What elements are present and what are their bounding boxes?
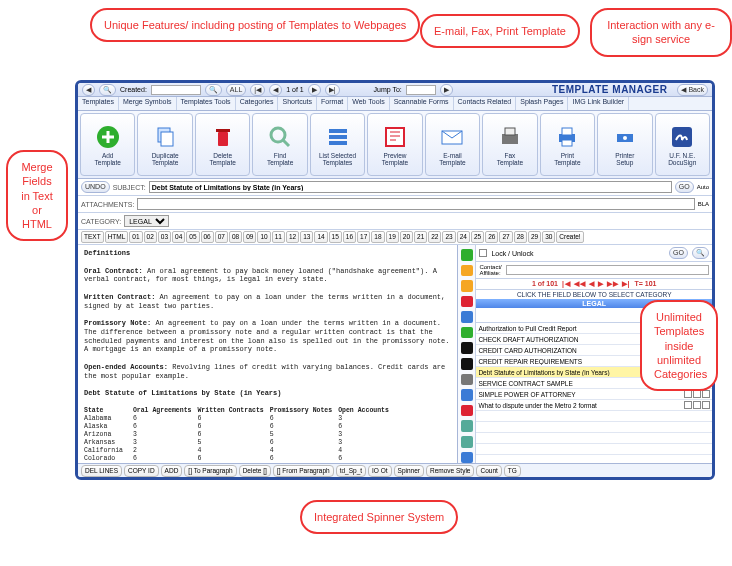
flag-icon[interactable] — [461, 249, 473, 261]
tab-web-tools[interactable]: Web Tools — [348, 97, 389, 110]
template-list-item[interactable]: What to dispute under the Metro 2 format — [476, 400, 712, 411]
tab-contacts-related[interactable]: Contacts Related — [454, 97, 517, 110]
delete-template-button[interactable]: Delete Template — [195, 113, 250, 176]
tab-format[interactable]: Format — [317, 97, 348, 110]
bold-icon[interactable] — [461, 389, 473, 401]
slot-04[interactable]: 04 — [172, 231, 185, 243]
slot-06[interactable]: 06 — [201, 231, 214, 243]
footer--to-paragraph-button[interactable]: [] To Paragraph — [184, 465, 236, 477]
print-template-button[interactable]: Print Template — [540, 113, 595, 176]
slot-09[interactable]: 09 — [243, 231, 256, 243]
prev-icon[interactable]: ◀ — [269, 84, 282, 96]
color-icon[interactable] — [461, 452, 473, 464]
slot-05[interactable]: 05 — [186, 231, 199, 243]
slot-01[interactable]: 01 — [129, 231, 142, 243]
attachments-input[interactable] — [137, 198, 694, 210]
slot-28[interactable]: 28 — [514, 231, 527, 243]
slot-07[interactable]: 07 — [215, 231, 228, 243]
create-button[interactable]: Create! — [556, 231, 583, 243]
footer-spinner-button[interactable]: Spinner — [394, 465, 424, 477]
tab-templates[interactable]: Templates — [78, 97, 119, 110]
tab-shortcuts[interactable]: Shortcuts — [278, 97, 317, 110]
dot2-icon[interactable] — [461, 358, 473, 370]
footer-io-ot-button[interactable]: IO Ot — [368, 465, 392, 477]
slot-03[interactable]: 03 — [158, 231, 171, 243]
fax-template-button[interactable]: Fax Template — [482, 113, 537, 176]
font-icon[interactable] — [461, 420, 473, 432]
go-small-button[interactable]: GO — [669, 247, 688, 259]
slot-26[interactable]: 26 — [485, 231, 498, 243]
find-icon[interactable]: 🔍 — [205, 84, 222, 96]
slot-27[interactable]: 27 — [499, 231, 512, 243]
subject-input[interactable] — [149, 181, 672, 193]
slot-24[interactable]: 24 — [457, 231, 470, 243]
slot-29[interactable]: 29 — [528, 231, 541, 243]
all-button[interactable]: ALL — [226, 84, 246, 96]
back-button[interactable]: ◀ Back — [677, 84, 708, 96]
tab-img-link-builder[interactable]: IMG Link Builder — [568, 97, 629, 110]
tab-categories[interactable]: Categories — [236, 97, 279, 110]
next-icon[interactable]: ▶ — [308, 84, 321, 96]
text-tab[interactable]: TEXT — [81, 231, 104, 243]
slot-23[interactable]: 23 — [442, 231, 455, 243]
slot-22[interactable]: 22 — [428, 231, 441, 243]
slot-17[interactable]: 17 — [357, 231, 370, 243]
align-icon[interactable] — [461, 405, 473, 417]
footer-del-lines-button[interactable]: DEL LINES — [81, 465, 122, 477]
dot-icon[interactable] — [461, 342, 473, 354]
list-selected-templates-button[interactable]: List Selected Templates — [310, 113, 365, 176]
jump-to-input[interactable] — [406, 85, 436, 95]
list-search-icon[interactable]: 🔍 — [692, 247, 709, 259]
u-f-n-e-docusign-button[interactable]: U.F. N.E. DocuSign — [655, 113, 710, 176]
footer-add-button[interactable]: ADD — [161, 465, 183, 477]
contact-input[interactable] — [506, 265, 709, 275]
slot-21[interactable]: 21 — [414, 231, 427, 243]
category-select[interactable]: LEGAL — [124, 215, 169, 227]
editor-content[interactable]: DefinitionsOral Contract: An oral agreem… — [78, 245, 457, 463]
slot-13[interactable]: 13 — [300, 231, 313, 243]
html-tab[interactable]: HTML — [105, 231, 129, 243]
first-icon[interactable]: |◀ — [250, 84, 265, 96]
find-template-button[interactable]: Find Template — [252, 113, 307, 176]
preview-template-button[interactable]: Preview Template — [367, 113, 422, 176]
size-icon[interactable] — [461, 436, 473, 448]
tab-scannable-forms[interactable]: Scannable Forms — [390, 97, 454, 110]
slot-02[interactable]: 02 — [144, 231, 157, 243]
globe-icon[interactable] — [461, 311, 473, 323]
footer--from-paragraph-button[interactable]: [] From Paragraph — [273, 465, 334, 477]
copy-icon[interactable] — [461, 374, 473, 386]
warning-icon[interactable] — [461, 296, 473, 308]
search-icon[interactable]: 🔍 — [99, 84, 116, 96]
undo-button[interactable]: UNDO — [81, 181, 110, 193]
slot-20[interactable]: 20 — [400, 231, 413, 243]
slot-12[interactable]: 12 — [286, 231, 299, 243]
nav-prev-icon[interactable]: ◀ — [82, 84, 95, 96]
tab-templates-tools[interactable]: Templates Tools — [177, 97, 236, 110]
footer-remove-style-button[interactable]: Remove Style — [426, 465, 474, 477]
footer-copy-id-button[interactable]: COPY ID — [124, 465, 159, 477]
duplicate-template-button[interactable]: Duplicate Template — [137, 113, 192, 176]
slot-30[interactable]: 30 — [542, 231, 555, 243]
add-template-button[interactable]: Add Template — [80, 113, 135, 176]
last-icon[interactable]: ▶| — [325, 84, 340, 96]
slot-16[interactable]: 16 — [343, 231, 356, 243]
jump-go-icon[interactable]: ▶ — [440, 84, 453, 96]
slot-18[interactable]: 18 — [371, 231, 384, 243]
slot-10[interactable]: 10 — [257, 231, 270, 243]
e-mail-template-button[interactable]: E-mail Template — [425, 113, 480, 176]
star-icon[interactable] — [461, 265, 473, 277]
slot-19[interactable]: 19 — [386, 231, 399, 243]
slot-15[interactable]: 15 — [329, 231, 342, 243]
tab-splash-pages[interactable]: Splash Pages — [516, 97, 568, 110]
lock-checkbox[interactable] — [479, 249, 487, 257]
tab-merge-symbols[interactable]: Merge Symbols — [119, 97, 177, 110]
footer-tg-button[interactable]: TG — [504, 465, 521, 477]
slot-11[interactable]: 11 — [272, 231, 285, 243]
footer-count-button[interactable]: Count — [476, 465, 501, 477]
check-icon[interactable] — [461, 327, 473, 339]
tag-icon[interactable] — [461, 280, 473, 292]
list-nav-arrows[interactable]: |◀ ◀◀ ◀ ▶ ▶▶ ▶| — [562, 280, 631, 287]
slot-08[interactable]: 08 — [229, 231, 242, 243]
created-input[interactable] — [151, 85, 201, 95]
footer-td-sp-t-button[interactable]: td_Sp_t — [336, 465, 366, 477]
